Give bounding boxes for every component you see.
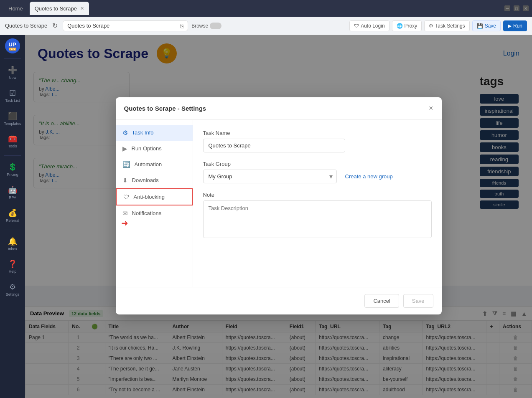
create-group-link[interactable]: Create a new group [345, 173, 393, 180]
nav-notifications-label: Notifications [132, 210, 162, 216]
play-icon: ▶ [508, 23, 512, 29]
sidebar-item-rpa[interactable]: 🤖 RPA [2, 182, 23, 203]
sidebar-item-new[interactable]: ➕ New [2, 62, 23, 84]
task-group-select-wrapper: My Group Default Group ▾ [203, 170, 337, 183]
url-copy-icon: ⎘ [180, 23, 183, 29]
task-settings-label: Task Settings [435, 23, 465, 29]
toolbar: Quotes to Scrape ↻ Quotes to Scrape ⎘ Br… [0, 17, 532, 35]
task-name-group: Task Name [203, 130, 432, 152]
sidebar-item-help[interactable]: ❓ Help [2, 256, 23, 277]
task-info-icon: ⚙ [122, 129, 128, 137]
settings-modal: Quotes to Scrape - Settings × ⚙ Task Inf… [116, 97, 442, 314]
auto-login-button[interactable]: 🛡 Auto Login [349, 20, 389, 31]
modal-close-button[interactable]: × [429, 104, 433, 113]
user-avatar[interactable]: UP Free [5, 38, 20, 53]
save-label: Save [485, 23, 496, 29]
modal-footer: Cancel Save [116, 287, 442, 314]
anti-blocking-icon: 🛡 [123, 193, 130, 200]
note-label: Note [203, 192, 432, 198]
tab-quotes-to-scrape[interactable]: Quotes to Scrape ✕ [30, 2, 89, 15]
sidebar-item-inbox[interactable]: 🔔 Inbox [2, 233, 23, 255]
proxy-icon: 🌐 [397, 23, 403, 29]
run-label: Run [513, 23, 522, 29]
minimize-button[interactable]: ─ [504, 5, 510, 11]
modal-title: Quotes to Scrape - Settings [124, 105, 206, 112]
sidebar: UP Free ➕ New ☑ Task List ⬛ Templates 🧰 … [0, 35, 25, 398]
note-textarea[interactable] [203, 200, 432, 238]
modal-header: Quotes to Scrape - Settings × [116, 97, 442, 120]
downloads-icon: ⬇ [122, 177, 128, 184]
tab-home[interactable]: Home [3, 2, 28, 15]
reload-button[interactable]: ↻ [51, 20, 59, 31]
sidebar-item-referral[interactable]: 💰 Referral [2, 205, 23, 226]
referral-icon: 💰 [8, 208, 17, 218]
nav-task-info[interactable]: ⚙ Task Info [116, 125, 193, 141]
modal-save-button[interactable]: Save [403, 294, 433, 308]
url-text: Quotes to Scrape [67, 23, 109, 29]
browse-toggle[interactable]: Browse [191, 23, 221, 29]
sidebar-item-pricing[interactable]: 💲 Pricing [2, 159, 23, 180]
notifications-icon: ✉ [122, 210, 128, 217]
main-layout: UP Free ➕ New ☑ Task List ⬛ Templates 🧰 … [0, 35, 532, 398]
save-button[interactable]: 💾 Save [472, 20, 501, 31]
window-controls: ─ □ ✕ [504, 5, 529, 11]
cancel-button[interactable]: Cancel [364, 294, 399, 308]
task-name-label: Task Name [203, 130, 432, 136]
modal-form-content: Task Name Task Group My Group Default Gr… [193, 120, 442, 287]
automation-icon: 🔄 [122, 161, 130, 168]
modal-body: ⚙ Task Info ▶ Run Options 🔄 Automation ⬇… [116, 120, 442, 287]
close-tab-icon[interactable]: ✕ [80, 6, 84, 11]
url-bar[interactable]: Quotes to Scrape ⎘ [63, 20, 188, 31]
nav-anti-blocking[interactable]: 🛡 Anti-blocking [116, 188, 193, 205]
proxy-label: Proxy [405, 23, 417, 29]
sidebar-divider-2 [4, 155, 21, 156]
sidebar-item-templates[interactable]: ⬛ Templates [2, 108, 23, 129]
task-group-group: Task Group My Group Default Group ▾ Crea… [203, 161, 432, 183]
tab-active-label: Quotes to Scrape [35, 5, 77, 12]
sidebar-divider [4, 58, 21, 59]
sidebar-item-task-list[interactable]: ☑ Task List [2, 85, 23, 106]
shield-icon: 🛡 [354, 23, 359, 29]
nav-downloads[interactable]: ⬇ Downloads [116, 172, 193, 188]
task-name-input[interactable] [203, 139, 345, 152]
note-group: Note [203, 192, 432, 240]
pricing-icon: 💲 [8, 162, 17, 172]
run-options-icon: ▶ [122, 145, 127, 152]
task-group-label: Task Group [203, 161, 432, 167]
nav-anti-blocking-label: Anti-blocking [134, 194, 165, 200]
browse-toggle-switch[interactable] [210, 23, 221, 29]
close-button[interactable]: ✕ [523, 5, 529, 11]
browse-label: Browse [191, 23, 208, 29]
nav-run-options[interactable]: ▶ Run Options [116, 141, 193, 157]
task-settings-button[interactable]: ⚙ Task Settings [424, 20, 469, 31]
nav-automation-label: Automation [135, 161, 162, 167]
arrow-annotation: ➜ [121, 218, 128, 228]
tab-home-label: Home [8, 5, 23, 12]
rpa-icon: 🤖 [8, 185, 17, 195]
content-area: Quotes to Scrape 💡 Login "The w... chang… [25, 35, 532, 398]
settings-icon: ⚙ [9, 282, 16, 292]
maximize-button[interactable]: □ [514, 5, 519, 11]
proxy-button[interactable]: 🌐 Proxy [392, 20, 422, 31]
nav-task-info-label: Task Info [132, 129, 154, 136]
modal-nav: ⚙ Task Info ▶ Run Options 🔄 Automation ⬇… [116, 120, 193, 287]
sidebar-item-tools[interactable]: 🧰 Tools [2, 131, 23, 152]
save-icon: 💾 [477, 23, 483, 29]
plus-icon: ➕ [8, 66, 17, 75]
sidebar-divider-3 [4, 230, 21, 230]
auto-login-label: Auto Login [361, 23, 384, 29]
gear-icon: ⚙ [429, 23, 433, 29]
run-button[interactable]: ▶ Run [503, 20, 527, 31]
browser-chrome: Home Quotes to Scrape ✕ ─ □ ✕ [0, 0, 532, 17]
toolbar-title: Quotes to Scrape [5, 23, 47, 29]
toolbar-actions: 🛡 Auto Login 🌐 Proxy ⚙ Task Settings 💾 S… [349, 20, 527, 31]
templates-icon: ⬛ [8, 112, 17, 121]
nav-downloads-label: Downloads [132, 177, 159, 183]
nav-automation[interactable]: 🔄 Automation [116, 157, 193, 172]
help-icon: ❓ [8, 259, 17, 269]
nav-run-options-label: Run Options [132, 145, 162, 152]
inbox-icon: 🔔 [8, 237, 17, 246]
task-group-select[interactable]: My Group Default Group [203, 170, 337, 183]
tasklist-icon: ☑ [9, 89, 16, 98]
sidebar-item-settings[interactable]: ⚙ Settings [2, 279, 23, 300]
